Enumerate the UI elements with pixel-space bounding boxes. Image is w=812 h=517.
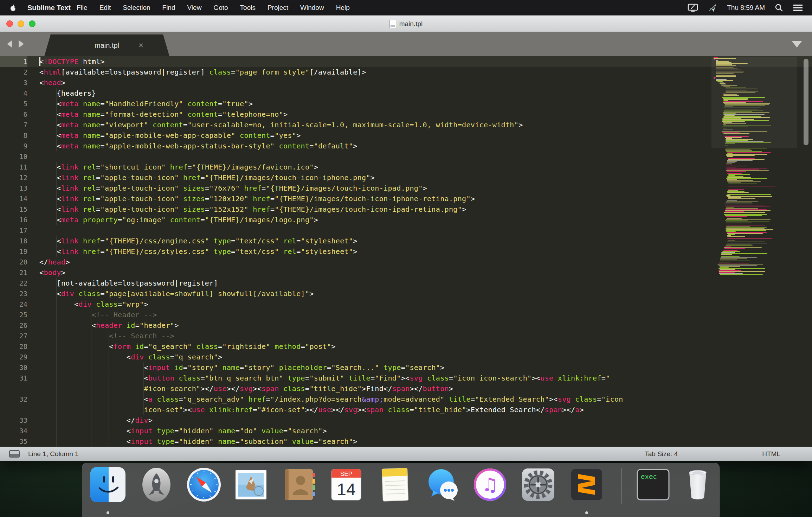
code-line[interactable]: 18 <link href="{THEME}/css/engine.css" t… [0,236,812,246]
menu-item-edit[interactable]: Edit [94,4,117,12]
code-line[interactable]: 19 <link href="{THEME}/css/styles.css" t… [0,246,812,257]
dock-item-trash[interactable] [680,467,715,502]
dock-item-sublime-text[interactable] [569,467,604,502]
code-line[interactable]: 33 </div> [0,415,812,426]
zoom-button[interactable] [29,20,36,27]
code-line[interactable]: 11 <link rel="shortcut icon" href="{THEM… [0,162,812,172]
code-line[interactable]: 31 <button class="btn q_search_btn" type… [0,373,812,383]
code-line[interactable]: 10 [0,151,812,162]
spotlight-search-icon[interactable] [775,4,783,12]
dock-item-contacts[interactable] [282,467,317,502]
svg-text:♫: ♫ [482,474,498,495]
dock-item-launchpad[interactable] [139,467,174,502]
menu-items: FileEditSelectionFindViewGotoToolsProjec… [71,4,356,12]
code-line[interactable]: 14 <link rel="apple-touch-icon" sizes="1… [0,193,812,204]
minimap[interactable] [714,57,795,447]
tab-label: main.tpl [95,42,119,50]
code-line[interactable]: 25 <!-- Header --> [0,309,812,320]
menu-bar-clock[interactable]: Thu 8:59 AM [727,4,765,12]
menu-item-find[interactable]: Find [156,4,181,12]
tab-main-tpl[interactable]: main.tpl × [44,34,169,56]
next-tab-arrow-icon[interactable] [19,40,24,48]
code-line[interactable]: 7 <meta name="viewport" content="user-sc… [0,120,812,130]
dock-item-calendar[interactable]: SEP14 [329,467,364,502]
code-line[interactable]: 29 <div class="q_search"> [0,352,812,362]
code-line[interactable]: 16 <meta property="og:image" content="{T… [0,215,812,225]
svg-text:SEP: SEP [340,471,352,477]
close-button[interactable] [6,20,13,27]
svg-text:exec: exec [641,473,657,480]
code-rows[interactable]: 1<!DOCTYPE html>2<html[available=lostpas… [0,56,812,447]
apple-menu[interactable] [9,3,17,12]
tab-overflow-button[interactable] [792,41,802,47]
title-bar[interactable]: main.tpl [0,15,812,32]
running-indicator-dot [585,511,588,514]
minimap-viewport [711,57,797,148]
dock-item-finder[interactable] [90,467,125,502]
tab-bar: main.tpl × [0,32,812,56]
pointer-app-icon[interactable] [708,3,717,12]
editor[interactable]: 1<!DOCTYPE html>2<html[available=lostpas… [0,56,812,447]
svg-text:14: 14 [337,480,355,499]
code-line[interactable]: 15 <link rel="apple-touch-icon" sizes="1… [0,204,812,215]
menu-item-tools[interactable]: Tools [234,4,262,12]
apple-icon [9,3,17,12]
text-caret [39,57,40,66]
code-line[interactable]: 30 <input id="story" name="story" placeh… [0,362,812,373]
menu-item-goto[interactable]: Goto [207,4,234,12]
code-line[interactable]: 28 <form id="q_search" class="rightside"… [0,341,812,352]
code-line[interactable]: 22 [not-available=lostpassword|register] [0,278,812,288]
menu-item-help[interactable]: Help [330,4,356,12]
app-menu[interactable]: Sublime Text [27,4,71,12]
code-line[interactable]: 17 [0,225,812,236]
menu-item-selection[interactable]: Selection [117,4,156,12]
code-line[interactable]: 13 <link rel="apple-touch-icon" sizes="7… [0,183,812,193]
window-title-area: main.tpl [0,20,812,28]
code-line[interactable]: icon-set"><use xlink:href="#icon-set"></… [0,404,812,415]
tab-close-icon[interactable]: × [138,41,143,50]
code-line[interactable]: 6 <meta name="format-detection" content=… [0,109,812,120]
dock-item-messages[interactable] [426,467,461,502]
code-line[interactable]: 24 <div class="wrp"> [0,299,812,309]
sublime-window: main.tpl main.tpl × 1<!DOCTYPE html>2<ht… [0,15,812,461]
code-line[interactable]: #icon-search"></use></svg><span class="t… [0,383,812,394]
code-line[interactable]: 23 <div class="page[available=showfull] … [0,288,812,299]
code-line[interactable]: 27 <!-- Search --> [0,331,812,341]
status-bar: Line 1, Column 1 Tab Size: 4 HTML [0,447,812,461]
code-line[interactable]: 32 <a class="q_search_adv" href="/index.… [0,394,812,404]
menu-item-window[interactable]: Window [294,4,330,12]
code-line[interactable]: 2<html[available=lostpassword|register] … [0,67,812,77]
code-line[interactable]: 8 <meta name="apple-mobile-web-app-capab… [0,130,812,141]
tab-size-button[interactable]: Tab Size: 4 [645,450,678,458]
code-line[interactable]: 9 <meta name="apple-mobile-web-app-statu… [0,141,812,151]
dock-item-safari[interactable] [186,467,221,502]
menu-item-view[interactable]: View [181,4,208,12]
document-icon [389,20,396,28]
code-line[interactable]: 20</head> [0,257,812,267]
notification-center-icon[interactable] [793,4,803,12]
dock-item-mail[interactable] [233,467,269,502]
cursor-position: Line 1, Column 1 [28,450,79,458]
dock-item-notes[interactable] [378,467,413,502]
dock-item-terminal[interactable]: exec [636,467,671,502]
dock-item-itunes[interactable]: ♫ [472,467,508,502]
syntax-button[interactable]: HTML [762,450,780,458]
code-line[interactable]: 1<!DOCTYPE html> [0,56,812,67]
code-line[interactable]: 26 <header id="header"> [0,320,812,331]
code-line[interactable]: 35 <input type="hidden" name="subaction"… [0,436,812,447]
menu-item-file[interactable]: File [71,4,94,12]
code-line[interactable]: 3<head> [0,77,812,88]
code-line[interactable]: 5 <meta name="HandheldFriendly" content=… [0,98,812,109]
menu-item-project[interactable]: Project [262,4,294,12]
scrollbar-thumb[interactable] [804,59,808,145]
minimize-button[interactable] [18,20,24,27]
code-line[interactable]: 34 <input type="hidden" name="do" value=… [0,426,812,436]
code-line[interactable]: 4 {headers} [0,88,812,98]
menu-bar: Sublime Text FileEditSelectionFindViewGo… [0,0,812,15]
dock-item-system-preferences[interactable] [521,467,556,502]
code-line[interactable]: 21<body> [0,267,812,278]
airplay-display-icon[interactable] [688,4,698,12]
prev-tab-arrow-icon[interactable] [7,40,12,48]
code-line[interactable]: 12 <link rel="apple-touch-icon" href="{T… [0,172,812,183]
panel-toggle-icon[interactable] [9,450,20,458]
